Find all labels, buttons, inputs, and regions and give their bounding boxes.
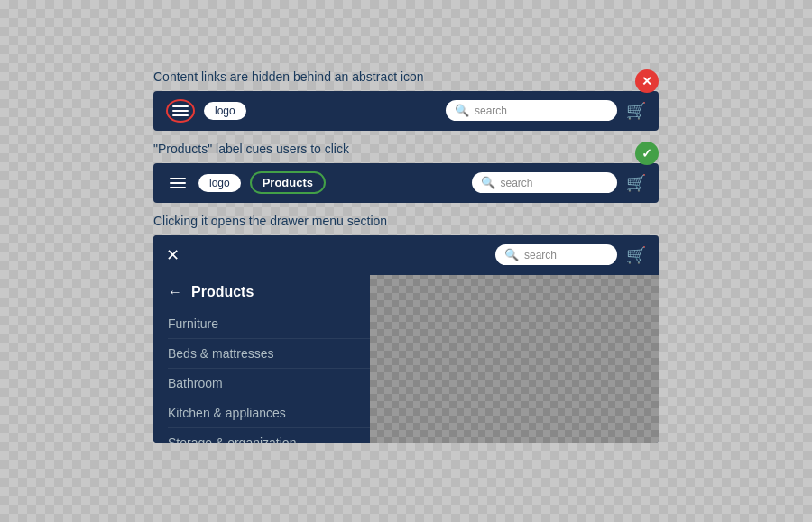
search-icon-3: 🔍 xyxy=(504,248,519,261)
search-bar-2[interactable]: 🔍 search xyxy=(472,172,617,193)
drawer-item[interactable]: Bathroom xyxy=(168,369,370,398)
search-placeholder-2: search xyxy=(501,177,533,189)
products-button[interactable]: Products xyxy=(250,171,326,194)
drawer-header: ✕ xyxy=(153,235,370,275)
hamburger-button[interactable] xyxy=(166,99,195,123)
close-button[interactable]: ✕ xyxy=(166,245,180,265)
search-bar-3[interactable]: 🔍 search xyxy=(495,244,617,265)
drawer-right-top: 🔍 search 🛒 xyxy=(370,235,659,275)
search-bar-1[interactable]: 🔍 search xyxy=(446,100,617,121)
drawer-items-list: FurnitureBeds & mattressesBathroomKitche… xyxy=(153,309,370,443)
drawer-title-row: ← Products xyxy=(153,275,370,309)
cart-icon-3[interactable]: 🛒 xyxy=(626,245,646,265)
logo-2: logo xyxy=(198,174,241,192)
cart-icon-1[interactable]: 🛒 xyxy=(626,101,646,121)
logo-1: logo xyxy=(204,102,246,120)
drawer-item[interactable]: Storage & organization xyxy=(168,428,370,443)
good-badge: ✓ xyxy=(635,142,659,165)
hamburger-button-2[interactable] xyxy=(166,174,189,192)
section3-label: Clicking it opens the drawer menu sectio… xyxy=(153,214,659,228)
drawer-container: ✕ ← Products FurnitureBeds & mattressesB… xyxy=(153,235,659,443)
drawer-item[interactable]: Kitchen & appliances xyxy=(168,398,370,428)
section2-label: "Products" label cues users to click xyxy=(153,142,659,156)
search-icon-2: 🔍 xyxy=(481,176,495,189)
drawer-right-panel: 🔍 search 🛒 xyxy=(370,235,659,443)
navbar-1: logo 🔍 search 🛒 xyxy=(153,91,659,131)
drawer-item[interactable]: Furniture xyxy=(168,309,370,339)
back-arrow-button[interactable]: ← xyxy=(168,284,182,300)
drawer-title: Products xyxy=(191,284,254,300)
search-placeholder-1: search xyxy=(475,105,507,117)
navbar-2: logo Products 🔍 search 🛒 xyxy=(153,163,659,203)
cart-icon-2[interactable]: 🛒 xyxy=(626,173,646,193)
search-placeholder-3: search xyxy=(524,249,557,261)
drawer-panel: ✕ ← Products FurnitureBeds & mattressesB… xyxy=(153,235,370,443)
drawer-item[interactable]: Beds & mattresses xyxy=(168,339,370,369)
search-icon-1: 🔍 xyxy=(455,104,469,117)
section1-label: Content links are hidden behind an abstr… xyxy=(153,69,659,84)
bad-badge: ✕ xyxy=(635,69,659,93)
